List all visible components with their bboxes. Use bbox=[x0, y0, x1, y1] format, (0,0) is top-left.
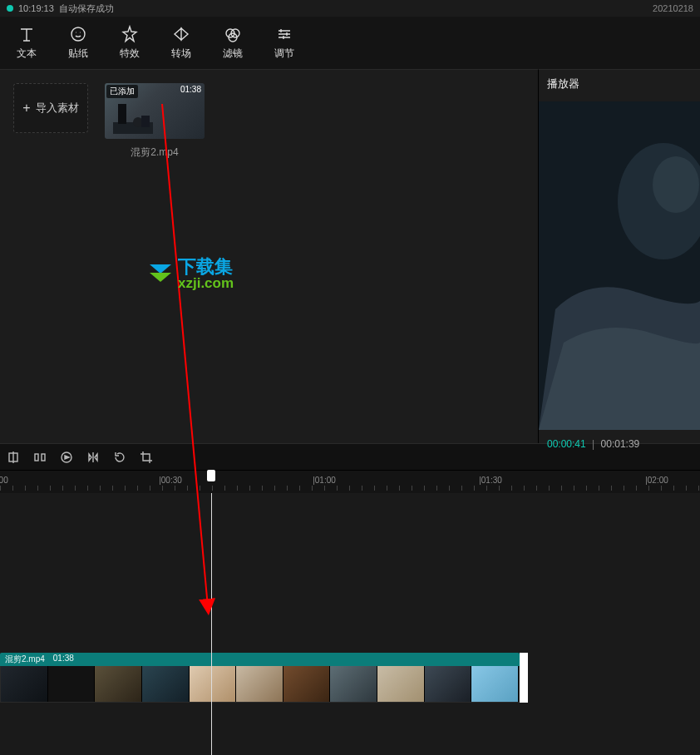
effect-icon bbox=[121, 25, 139, 43]
speed-icon bbox=[60, 451, 73, 464]
clip-frame bbox=[142, 666, 190, 702]
asset-clip[interactable]: 已添加 01:38 混剪2.mp4 bbox=[105, 83, 205, 160]
watermark-text-top: 下载集 bbox=[178, 258, 234, 276]
clip-frame bbox=[190, 666, 237, 702]
clip-frame bbox=[283, 666, 331, 702]
asset-added-tag: 已添加 bbox=[106, 85, 138, 98]
preview-timecode: 00:00:41 | 00:01:39 bbox=[539, 430, 700, 458]
clip-track[interactable]: 混剪2.mp4 01:38 bbox=[0, 653, 520, 703]
clip-frame bbox=[236, 666, 283, 702]
tl-split-button[interactable] bbox=[5, 449, 22, 466]
clip-frame bbox=[330, 666, 377, 702]
watermark: 下载集 xzji.com bbox=[148, 258, 234, 290]
status-autosave: 自动保存成功 bbox=[59, 2, 114, 15]
mirror-icon bbox=[86, 451, 100, 464]
tool-transition[interactable]: 转场 bbox=[165, 25, 198, 61]
thumb-scene-icon bbox=[113, 97, 153, 134]
clip-frames bbox=[0, 666, 520, 703]
watermark-arrow-icon bbox=[148, 262, 173, 287]
svg-marker-16 bbox=[150, 273, 171, 282]
filter-icon bbox=[224, 25, 242, 43]
playhead[interactable] bbox=[211, 493, 212, 755]
preview-frame[interactable] bbox=[539, 101, 700, 430]
tl-trim-button[interactable] bbox=[32, 449, 48, 466]
clip-frame bbox=[95, 666, 142, 702]
tl-mirror-button[interactable] bbox=[85, 449, 101, 466]
asset-thumbnail: 已添加 01:38 bbox=[105, 83, 205, 139]
asset-filename: 混剪2.mp4 bbox=[105, 146, 205, 160]
svg-marker-15 bbox=[150, 264, 171, 274]
svg-rect-13 bbox=[42, 454, 45, 461]
asset-duration: 01:38 bbox=[180, 85, 201, 94]
status-dot-icon bbox=[7, 5, 13, 12]
plus-icon: + bbox=[22, 101, 30, 116]
ruler-label: |01:30 bbox=[479, 476, 502, 485]
text-icon bbox=[17, 25, 36, 43]
ruler-label: 0:00 bbox=[0, 476, 8, 485]
top-toolbar: 文本 贴纸 特效 转场 滤镜 调节 bbox=[0, 17, 700, 69]
timeline-ruler[interactable]: 0:00|00:30|01:00|01:30|02:00 bbox=[0, 470, 700, 493]
preview-panel: 播放器 00:00:41 | 00:01:39 bbox=[539, 69, 700, 443]
sticker-icon bbox=[69, 25, 87, 43]
svg-point-10 bbox=[653, 156, 699, 213]
clip-frame bbox=[48, 666, 96, 702]
watermark-text-bottom: xzji.com bbox=[178, 276, 234, 290]
preview-current-time: 00:00:41 bbox=[547, 438, 586, 450]
status-bar: 10:19:13 自动保存成功 20210218 bbox=[0, 0, 700, 17]
preview-total-time: 00:01:39 bbox=[601, 438, 640, 450]
tl-speed-button[interactable] bbox=[58, 449, 75, 466]
svg-rect-7 bbox=[141, 116, 150, 127]
preview-title: 播放器 bbox=[539, 70, 700, 98]
timeline-body[interactable]: 混剪2.mp4 01:38 bbox=[0, 493, 700, 755]
clip-duration: 01:38 bbox=[53, 654, 74, 665]
tool-adjust[interactable]: 调节 bbox=[268, 25, 301, 61]
tl-rotate-button[interactable] bbox=[111, 449, 128, 466]
tool-filter[interactable]: 滤镜 bbox=[216, 25, 249, 61]
trim-icon bbox=[33, 451, 47, 464]
clip-frame bbox=[425, 666, 472, 702]
tool-sticker[interactable]: 贴纸 bbox=[62, 25, 95, 61]
crop-icon bbox=[140, 451, 153, 464]
clip-frame bbox=[1, 666, 48, 702]
tl-crop-button[interactable] bbox=[138, 449, 155, 466]
svg-rect-5 bbox=[118, 104, 126, 124]
import-asset-button[interactable]: + 导入素材 bbox=[13, 83, 88, 133]
asset-area: + 导入素材 已添加 01:38 混剪2.mp4 bbox=[0, 69, 539, 443]
svg-point-0 bbox=[71, 27, 85, 41]
clip-frame bbox=[377, 666, 425, 702]
adjust-icon bbox=[275, 25, 293, 43]
ruler-label: |02:00 bbox=[645, 476, 668, 485]
tool-effect[interactable]: 特效 bbox=[113, 25, 146, 61]
status-timestamp: 10:19:13 bbox=[18, 3, 54, 13]
split-icon bbox=[7, 451, 20, 464]
ruler-label: |00:30 bbox=[159, 476, 182, 485]
status-date: 20210218 bbox=[653, 3, 693, 13]
clip-name: 混剪2.mp4 bbox=[5, 654, 45, 665]
clip-header: 混剪2.mp4 01:38 bbox=[0, 653, 520, 666]
preview-image-icon bbox=[539, 101, 700, 430]
transition-icon bbox=[172, 25, 190, 43]
rotate-icon bbox=[113, 451, 126, 464]
clip-frame bbox=[471, 666, 519, 702]
ruler-label: |01:00 bbox=[313, 476, 336, 485]
tool-text[interactable]: 文本 bbox=[10, 25, 43, 61]
svg-rect-12 bbox=[35, 454, 38, 461]
